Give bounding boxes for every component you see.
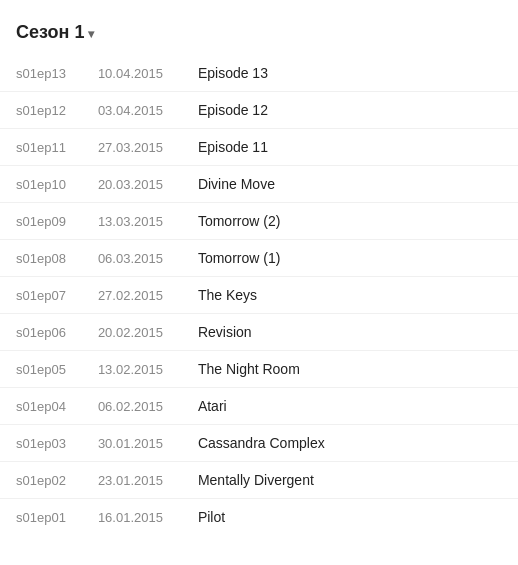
- episode-code: s01ep13: [0, 55, 82, 92]
- table-row[interactable]: s01ep0406.02.2015Atari: [0, 388, 518, 425]
- table-row[interactable]: s01ep1310.04.2015Episode 13: [0, 55, 518, 92]
- table-row[interactable]: s01ep0727.02.2015The Keys: [0, 277, 518, 314]
- episode-title: Pilot: [182, 499, 518, 536]
- episode-title: Mentally Divergent: [182, 462, 518, 499]
- episode-date: 16.01.2015: [82, 499, 182, 536]
- season-container: Сезон 1 ▾ s01ep1310.04.2015Episode 13s01…: [0, 0, 518, 545]
- episode-code: s01ep07: [0, 277, 82, 314]
- episode-title: Cassandra Complex: [182, 425, 518, 462]
- episode-date: 03.04.2015: [82, 92, 182, 129]
- table-row[interactable]: s01ep1127.03.2015Episode 11: [0, 129, 518, 166]
- episode-title: Divine Move: [182, 166, 518, 203]
- table-row[interactable]: s01ep0513.02.2015The Night Room: [0, 351, 518, 388]
- table-row[interactable]: s01ep0913.03.2015Tomorrow (2): [0, 203, 518, 240]
- episode-code: s01ep02: [0, 462, 82, 499]
- episode-code: s01ep05: [0, 351, 82, 388]
- episode-title: The Keys: [182, 277, 518, 314]
- episode-date: 23.01.2015: [82, 462, 182, 499]
- chevron-down-icon[interactable]: ▾: [88, 27, 94, 41]
- episode-date: 27.03.2015: [82, 129, 182, 166]
- episode-code: s01ep09: [0, 203, 82, 240]
- episode-date: 20.02.2015: [82, 314, 182, 351]
- episode-title: Tomorrow (2): [182, 203, 518, 240]
- episode-date: 27.02.2015: [82, 277, 182, 314]
- episode-date: 06.03.2015: [82, 240, 182, 277]
- table-row[interactable]: s01ep1020.03.2015Divine Move: [0, 166, 518, 203]
- episode-code: s01ep03: [0, 425, 82, 462]
- table-row[interactable]: s01ep0116.01.2015Pilot: [0, 499, 518, 536]
- episode-title: Tomorrow (1): [182, 240, 518, 277]
- episode-code: s01ep01: [0, 499, 82, 536]
- episode-date: 20.03.2015: [82, 166, 182, 203]
- episode-date: 13.03.2015: [82, 203, 182, 240]
- episode-code: s01ep06: [0, 314, 82, 351]
- episode-title: Atari: [182, 388, 518, 425]
- episode-title: Episode 13: [182, 55, 518, 92]
- episode-code: s01ep11: [0, 129, 82, 166]
- episode-code: s01ep08: [0, 240, 82, 277]
- episode-title: Episode 11: [182, 129, 518, 166]
- episode-code: s01ep10: [0, 166, 82, 203]
- episodes-table: s01ep1310.04.2015Episode 13s01ep1203.04.…: [0, 55, 518, 535]
- episode-code: s01ep04: [0, 388, 82, 425]
- episode-date: 06.02.2015: [82, 388, 182, 425]
- episode-date: 10.04.2015: [82, 55, 182, 92]
- episode-code: s01ep12: [0, 92, 82, 129]
- season-header[interactable]: Сезон 1 ▾: [0, 10, 518, 55]
- table-row[interactable]: s01ep1203.04.2015Episode 12: [0, 92, 518, 129]
- episode-title: Revision: [182, 314, 518, 351]
- episode-date: 13.02.2015: [82, 351, 182, 388]
- episode-title: Episode 12: [182, 92, 518, 129]
- episode-date: 30.01.2015: [82, 425, 182, 462]
- season-label: Сезон 1: [16, 22, 84, 43]
- table-row[interactable]: s01ep0806.03.2015Tomorrow (1): [0, 240, 518, 277]
- table-row[interactable]: s01ep0330.01.2015Cassandra Complex: [0, 425, 518, 462]
- table-row[interactable]: s01ep0620.02.2015Revision: [0, 314, 518, 351]
- table-row[interactable]: s01ep0223.01.2015Mentally Divergent: [0, 462, 518, 499]
- episode-title: The Night Room: [182, 351, 518, 388]
